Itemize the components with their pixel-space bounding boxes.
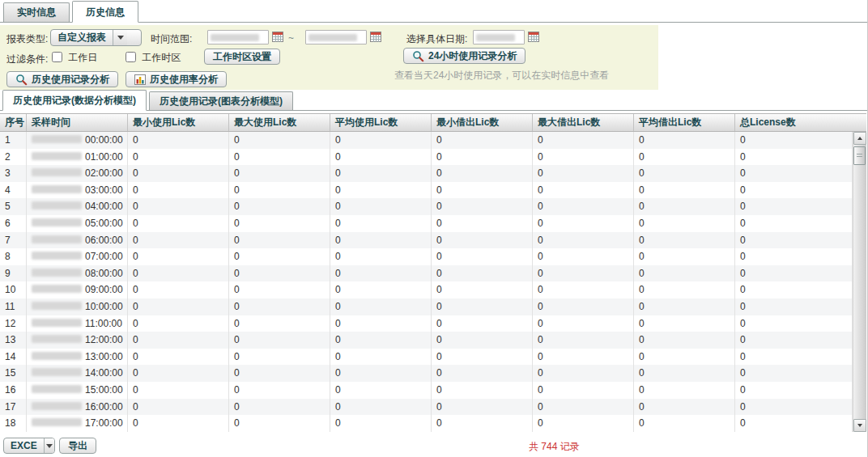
column-header[interactable]: 平均借出Lic数 — [634, 114, 735, 131]
table-row[interactable]: 1312:00:000000000 — [0, 332, 853, 349]
lic-value-cell: 0 — [432, 415, 533, 432]
lic-value-cell: 0 — [128, 332, 229, 349]
lic-value-cell: 0 — [735, 365, 853, 382]
sample-time-cell: 08:00:00 — [27, 265, 128, 282]
column-header[interactable]: 序号 — [0, 114, 27, 131]
column-header[interactable]: 最小使用Lic数 — [128, 114, 229, 131]
table-row[interactable]: 1817:00:000000000 — [0, 415, 853, 432]
sample-time: 02:00:00 — [85, 167, 123, 179]
column-header[interactable]: 采样时间 — [27, 114, 128, 131]
lic-value-cell: 0 — [533, 165, 634, 182]
vertical-scrollbar[interactable] — [853, 132, 866, 432]
redacted-date — [476, 34, 515, 41]
report-type-select[interactable]: 自定义报表 — [50, 29, 142, 46]
column-header[interactable]: 总License数 — [735, 114, 866, 131]
table-row[interactable]: 302:00:000000000 — [0, 165, 853, 182]
redacted-date — [308, 34, 357, 41]
lic-value-cell: 0 — [735, 215, 853, 232]
table-row[interactable]: 706:00:000000000 — [0, 232, 853, 249]
sample-time-cell: 11:00:00 — [27, 315, 128, 332]
table-row[interactable]: 504:00:000000000 — [0, 198, 853, 215]
up-arrow-icon — [857, 137, 862, 140]
lic-value-cell: 0 — [330, 365, 432, 382]
lic-value-cell: 0 — [634, 198, 735, 215]
tab-realtime-info[interactable]: 实时信息 — [3, 2, 70, 22]
date-from-input[interactable] — [207, 30, 269, 44]
table-row[interactable]: 807:00:000000000 — [0, 248, 853, 265]
table-row[interactable]: 201:00:000000000 — [0, 149, 853, 166]
row-index: 17 — [0, 399, 27, 416]
lic-value-cell: 0 — [128, 248, 229, 265]
export-format-select[interactable]: EXCE — [3, 438, 55, 454]
row-index: 2 — [0, 149, 27, 166]
sample-time-cell: 06:00:00 — [27, 232, 128, 249]
table-row[interactable]: 1110:00:000000000 — [0, 298, 853, 315]
lic-value-cell: 0 — [634, 332, 735, 349]
lic-value-cell: 0 — [634, 315, 735, 332]
tab-history-info[interactable]: 历史信息 — [72, 1, 138, 23]
lic-value-cell: 0 — [128, 132, 229, 149]
scrollbar-thumb[interactable] — [853, 146, 866, 165]
lic-value-cell: 0 — [634, 215, 735, 232]
lic-value-cell: 0 — [533, 265, 634, 282]
redacted-date — [211, 34, 259, 41]
column-header[interactable]: 最小借出Lic数 — [432, 114, 533, 131]
scroll-up-button[interactable] — [853, 132, 866, 145]
lic-value-cell: 0 — [330, 165, 432, 182]
table-row[interactable]: 1615:00:000000000 — [0, 382, 853, 399]
sample-time: 06:00:00 — [85, 235, 123, 246]
scroll-down-button[interactable] — [853, 419, 866, 432]
column-header[interactable]: 最大借出Lic数 — [533, 114, 634, 131]
date-to-input[interactable] — [305, 30, 367, 44]
specific-date-input[interactable] — [473, 30, 525, 44]
redacted-date — [32, 402, 82, 410]
sample-time: 16:00:00 — [85, 401, 123, 413]
calendar-icon[interactable] — [528, 32, 539, 42]
history-rate-analysis-button[interactable]: 历史使用率分析 — [126, 71, 227, 87]
row-index: 8 — [0, 248, 27, 265]
table-row[interactable]: 1211:00:000000000 — [0, 315, 853, 332]
column-header[interactable]: 平均使用Lic数 — [330, 114, 432, 131]
history-record-analysis-button[interactable]: 历史使用记录分析 — [6, 71, 118, 87]
analyze-24h-button[interactable]: 24小时使用记录分析 — [403, 48, 525, 64]
worktz-checkbox[interactable] — [126, 52, 136, 62]
worktz-settings-label: 工作时区设置 — [213, 50, 271, 64]
filter-condition-label: 过滤条件: — [6, 53, 48, 66]
table-row[interactable]: 1514:00:000000000 — [0, 365, 853, 382]
table-row[interactable]: 908:00:000000000 — [0, 265, 853, 282]
sample-time-cell: 10:00:00 — [27, 298, 128, 315]
row-index: 14 — [0, 349, 27, 366]
column-header[interactable]: 最大使用Lic数 — [229, 114, 330, 131]
lic-value-cell: 0 — [229, 149, 330, 166]
table-row[interactable]: 1716:00:000000000 — [0, 399, 853, 416]
calendar-icon[interactable] — [370, 32, 381, 42]
lic-value-cell: 0 — [229, 248, 330, 265]
lic-value-cell: 0 — [634, 349, 735, 366]
redacted-date — [32, 252, 82, 260]
sample-time-cell: 07:00:00 — [27, 248, 128, 265]
table-row[interactable]: 1413:00:000000000 — [0, 349, 853, 366]
sample-time: 09:00:00 — [85, 284, 123, 295]
export-button[interactable]: 导出 — [59, 438, 96, 454]
table-row[interactable]: 1009:00:000000000 — [0, 281, 853, 298]
lic-value-cell: 0 — [432, 248, 533, 265]
calendar-icon[interactable] — [272, 32, 283, 42]
lic-value-cell: 0 — [330, 281, 432, 298]
sample-time: 05:00:00 — [85, 218, 123, 229]
workday-checkbox[interactable] — [52, 52, 62, 62]
lic-value-cell: 0 — [128, 232, 229, 249]
worktz-settings-button[interactable]: 工作时区设置 — [204, 49, 280, 65]
sample-time-cell: 04:00:00 — [27, 198, 128, 215]
table-row[interactable]: 100:00:000000000 — [0, 132, 853, 149]
redacted-date — [32, 218, 82, 226]
table-row[interactable]: 403:00:000000000 — [0, 182, 853, 199]
lic-value-cell: 0 — [634, 165, 735, 182]
lic-value-cell: 0 — [432, 399, 533, 416]
lic-value-cell: 0 — [229, 265, 330, 282]
subtab-data-model[interactable]: 历史使用记录(数据分析模型) — [2, 90, 147, 111]
bar-chart-icon — [134, 74, 146, 85]
lic-value-cell: 0 — [735, 132, 853, 149]
lic-value-cell: 0 — [533, 415, 634, 432]
subtab-chart-model[interactable]: 历史使用记录(图表分析模型) — [149, 91, 293, 110]
table-row[interactable]: 605:00:000000000 — [0, 215, 853, 232]
